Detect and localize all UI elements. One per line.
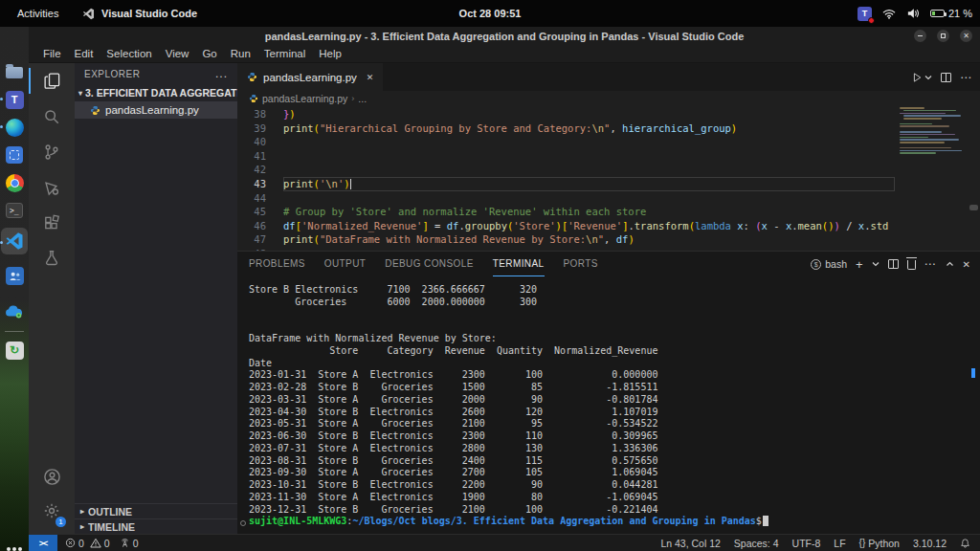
code-line[interactable]: df['Normalized_Revenue'] = df.groupby('S… [283,219,895,233]
panel-more-actions-icon[interactable]: ⋯ [924,257,937,271]
menu-go[interactable]: Go [195,45,223,63]
indentation[interactable]: Spaces: 4 [734,538,779,549]
testing-icon[interactable] [29,240,75,276]
terminal-app-icon[interactable]: >_ [3,199,26,222]
menu-selection[interactable]: Selection [100,45,158,63]
terminal-dropdown-chevron-icon[interactable] [872,260,880,268]
chevron-right-icon: ▸ [80,522,84,531]
problems-status[interactable]: 0 0 [65,538,110,549]
terminal-line: 2023-12-31 Store B Groceries 2100 100 -0… [249,504,980,517]
menu-view[interactable]: View [159,45,196,63]
vscode-app-icon[interactable] [1,228,28,254]
tab-output[interactable]: OUTPUT [324,253,367,276]
tab-ports[interactable]: PORTS [564,253,598,276]
focused-app-indicator[interactable]: Visual Studio Code [82,0,197,27]
code-line[interactable] [283,149,895,164]
terminal-view[interactable]: Store B Electronics 7100 2366.666667 320… [237,276,980,534]
minimap[interactable] [900,107,967,189]
tab-pandaslearning[interactable]: pandasLearning.py ✕ [237,63,384,91]
chrome-app-icon[interactable] [3,171,26,194]
tab-problems[interactable]: PROBLEMS [249,253,305,276]
eol-sequence[interactable]: LF [834,538,845,549]
prompt-path: ~/Blogs/Oct blogs/3. Efficient Data Aggr… [352,516,755,526]
activities-button[interactable]: Activities [11,0,64,27]
search-icon[interactable] [29,99,75,134]
tab-close-icon[interactable]: ✕ [367,73,374,82]
split-terminal-icon[interactable] [888,259,899,269]
language-mode[interactable]: {} Python [859,538,900,549]
settings-gear-icon[interactable]: 1 [29,495,75,530]
files-app-icon[interactable] [3,61,26,84]
cursor-position[interactable]: Ln 43, Col 12 [660,538,720,549]
menu-edit[interactable]: Edit [68,45,100,63]
breadcrumb[interactable]: pandasLearning.py › ... [237,91,980,105]
tab-terminal[interactable]: TERMINAL [493,253,545,276]
code-line[interactable]: # Group by 'Store' and normalize 'Revenu… [283,205,895,219]
window-titlebar[interactable]: pandasLearning.py - 3. Efficient Data Ag… [29,27,980,45]
line-number: 43 [237,177,266,191]
terminal-line: 2023-01-31 Store A Electronics 2300 100 … [249,369,980,382]
outline-section[interactable]: ▸ OUTLINE [75,503,237,518]
new-terminal-icon[interactable]: + [856,257,863,272]
shell-selector[interactable]: $ bash [811,258,847,270]
split-editor-icon[interactable] [941,73,951,82]
command-decoration-icon[interactable] [240,520,246,526]
account-icon[interactable] [29,459,75,495]
software-updater-icon[interactable]: ↻ [3,339,26,362]
breadcrumb-symbol[interactable]: ... [358,93,367,104]
python-interpreter[interactable]: 3.10.12 [913,538,947,549]
notifications-bell-icon[interactable] [960,538,970,549]
editor-more-actions-icon[interactable]: ⋯ [960,71,972,84]
minimize-button[interactable] [914,30,926,42]
people-app-icon[interactable] [3,264,26,287]
code-editor[interactable]: 3839404142434445464748 })print("Hierarch… [237,105,980,251]
explorer-actions-icon[interactable]: ... [215,67,228,80]
system-tray[interactable]: T 21 % [858,0,972,27]
run-debug-icon[interactable] [29,169,75,205]
code-line[interactable]: }) [283,107,895,121]
restore-button[interactable] [937,30,949,42]
teams-tray-icon[interactable]: T [858,7,872,21]
code-line[interactable] [283,135,895,149]
close-button[interactable]: ✕ [960,30,972,42]
menu-file[interactable]: File [36,45,68,63]
editor-scrollbar-thumb[interactable] [969,205,978,210]
code-line[interactable]: print('\n') [283,177,895,191]
remote-indicator[interactable]: >< [29,535,57,551]
kill-terminal-icon[interactable] [907,260,916,270]
menu-run[interactable]: Run [224,45,257,63]
encoding[interactable]: UTF-8 [792,538,821,549]
teams-app-icon[interactable]: T [3,88,26,111]
code-line[interactable] [283,163,895,177]
screenshot-app-icon[interactable] [3,143,26,166]
run-python-file-icon[interactable] [911,72,923,83]
code-line[interactable]: print("DataFrame with Normalized Revenue… [283,232,895,247]
terminal-prompt-line[interactable]: sujit@INL-5MLKWG3:~/Blogs/Oct blogs/3. E… [249,516,980,528]
folder-name: 3. EFFICIENT DATA AGGREGATION AN... [85,87,237,99]
code-line[interactable] [283,191,895,206]
clock[interactable]: Oct 28 09:51 [459,0,522,27]
code-lines[interactable]: })print("Hierarchical Grouping by Store … [283,107,895,251]
terminal-line: Groceries 6000 2000.000000 300 [249,297,980,309]
source-control-icon[interactable] [29,134,75,169]
menu-help[interactable]: Help [312,45,348,63]
tab-debug-console[interactable]: DEBUG CONSOLE [385,253,473,276]
folder-section-header[interactable]: ▾ 3. EFFICIENT DATA AGGREGATION AN... [75,84,237,101]
breadcrumb-file[interactable]: pandasLearning.py [262,93,347,104]
edge-app-icon[interactable] [3,116,26,139]
volume-icon [906,8,920,19]
extensions-icon[interactable] [29,205,75,240]
menu-terminal[interactable]: Terminal [257,45,312,63]
close-panel-icon[interactable]: ✕ [963,259,970,270]
run-dropdown-chevron-icon[interactable] [924,74,932,81]
timeline-section[interactable]: ▸ TIMELINE [75,518,237,534]
editor-group: pandasLearning.py ✕ ⋯ pandasLearning.py … [237,63,980,534]
maximize-panel-chevron-icon[interactable] [946,260,954,268]
show-applications-icon[interactable] [3,543,26,551]
ports-status[interactable]: 0 [120,538,139,549]
file-item-pandaslearning[interactable]: pandasLearning.py [75,101,237,119]
code-line[interactable]: print("Hierarchical Grouping by Store an… [283,121,895,136]
explorer-tab-icon[interactable] [29,63,75,99]
wifi-icon [882,9,896,19]
cloud-sync-app-icon[interactable] [3,300,26,323]
